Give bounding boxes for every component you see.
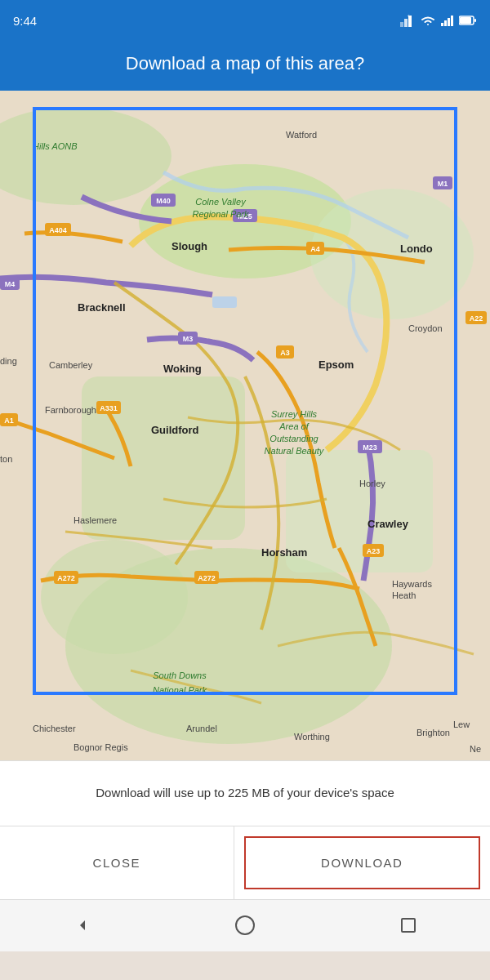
svg-rect-6 bbox=[451, 16, 453, 26]
svg-text:A22: A22 bbox=[470, 314, 483, 323]
close-button[interactable]: CLOSE bbox=[0, 826, 234, 899]
svg-text:A4: A4 bbox=[310, 245, 320, 253]
svg-text:A331: A331 bbox=[100, 404, 118, 412]
nav-bar bbox=[0, 899, 490, 951]
svg-point-16 bbox=[310, 189, 474, 319]
svg-text:National Park: National Park bbox=[153, 685, 207, 695]
svg-text:Camberley: Camberley bbox=[49, 360, 93, 370]
svg-text:Colne Valley: Colne Valley bbox=[195, 197, 247, 207]
svg-point-84 bbox=[236, 916, 254, 934]
status-right bbox=[400, 14, 477, 27]
svg-text:South Downs: South Downs bbox=[153, 670, 207, 680]
svg-text:A404: A404 bbox=[49, 226, 67, 234]
svg-text:Farnborough: Farnborough bbox=[45, 405, 96, 415]
svg-text:Watford: Watford bbox=[286, 130, 317, 140]
map-container: M40 A404 M25 A4 M1 M4 M3 A3 A331 M23 A23 bbox=[0, 91, 490, 760]
dialog-title: Download a map of this area? bbox=[16, 52, 474, 76]
svg-marker-83 bbox=[80, 920, 85, 930]
action-buttons: CLOSE DOWNLOAD bbox=[0, 826, 490, 899]
battery-icon bbox=[459, 16, 477, 25]
svg-text:Worthing: Worthing bbox=[294, 732, 330, 742]
wifi-icon bbox=[420, 15, 436, 26]
svg-text:Arundel: Arundel bbox=[186, 724, 217, 733]
svg-text:Bognor Regis: Bognor Regis bbox=[74, 742, 128, 752]
svg-text:A272: A272 bbox=[57, 574, 75, 582]
svg-marker-2 bbox=[408, 16, 412, 27]
svg-text:Hills AONB: Hills AONB bbox=[33, 141, 78, 151]
download-info-text: Download will use up to 225 MB of your d… bbox=[96, 784, 394, 803]
home-icon bbox=[234, 914, 256, 937]
time-display: 9:44 bbox=[13, 14, 37, 28]
svg-rect-8 bbox=[474, 19, 476, 22]
svg-text:Regional Park: Regional Park bbox=[192, 209, 249, 219]
download-button[interactable]: DOWNLOAD bbox=[244, 836, 481, 889]
status-left: 9:44 bbox=[13, 14, 37, 28]
svg-rect-18 bbox=[212, 296, 237, 308]
signal-bars-icon bbox=[441, 15, 454, 26]
info-section: Download will use up to 225 MB of your d… bbox=[0, 760, 490, 826]
svg-text:M40: M40 bbox=[156, 197, 171, 205]
svg-text:Guildford: Guildford bbox=[151, 424, 199, 436]
svg-text:A23: A23 bbox=[367, 547, 381, 555]
svg-text:Surrey Hills: Surrey Hills bbox=[271, 409, 318, 419]
nav-back-button[interactable] bbox=[67, 911, 96, 940]
svg-text:Slough: Slough bbox=[172, 240, 207, 252]
svg-text:M3: M3 bbox=[183, 335, 194, 343]
signal-icon bbox=[400, 14, 415, 27]
recent-icon bbox=[399, 916, 417, 934]
svg-text:A1: A1 bbox=[4, 416, 14, 425]
nav-home-button[interactable] bbox=[230, 911, 260, 940]
svg-text:M1: M1 bbox=[438, 180, 448, 188]
svg-text:Area of: Area of bbox=[278, 421, 309, 431]
svg-text:A272: A272 bbox=[198, 574, 216, 582]
status-bar: 9:44 bbox=[0, 0, 490, 41]
svg-rect-3 bbox=[441, 23, 443, 26]
svg-text:Ne: Ne bbox=[470, 744, 481, 754]
app-header: Download a map of this area? bbox=[0, 41, 490, 91]
svg-rect-5 bbox=[448, 18, 450, 26]
svg-text:Bracknell: Bracknell bbox=[78, 301, 126, 314]
svg-text:M4: M4 bbox=[5, 280, 16, 288]
svg-text:Outstanding: Outstanding bbox=[270, 434, 318, 443]
map-svg: M40 A404 M25 A4 M1 M4 M3 A3 A331 M23 A23 bbox=[0, 91, 490, 760]
svg-text:Epsom: Epsom bbox=[318, 359, 354, 371]
svg-text:Horsham: Horsham bbox=[261, 546, 307, 559]
svg-text:Londo: Londo bbox=[400, 243, 433, 255]
svg-rect-85 bbox=[402, 919, 415, 932]
svg-text:ding: ding bbox=[0, 356, 17, 366]
svg-rect-15 bbox=[286, 450, 433, 572]
svg-text:Haywards: Haywards bbox=[392, 579, 432, 589]
nav-recent-button[interactable] bbox=[394, 911, 423, 940]
svg-text:ton: ton bbox=[0, 454, 12, 464]
svg-text:Croydon: Croydon bbox=[408, 323, 443, 333]
svg-text:M23: M23 bbox=[363, 443, 377, 452]
svg-marker-1 bbox=[404, 19, 408, 27]
svg-text:Haslemere: Haslemere bbox=[74, 515, 117, 525]
svg-rect-4 bbox=[444, 20, 447, 26]
svg-text:Natural Beauty: Natural Beauty bbox=[265, 446, 325, 456]
svg-text:Heath: Heath bbox=[392, 590, 416, 600]
svg-text:A3: A3 bbox=[280, 349, 290, 357]
svg-text:Lew: Lew bbox=[453, 719, 470, 729]
svg-marker-0 bbox=[400, 22, 403, 27]
svg-text:Woking: Woking bbox=[163, 363, 202, 375]
svg-rect-9 bbox=[460, 17, 471, 24]
svg-point-17 bbox=[41, 540, 188, 654]
svg-text:Crawley: Crawley bbox=[368, 518, 409, 530]
svg-text:Chichester: Chichester bbox=[33, 724, 76, 733]
back-icon bbox=[72, 915, 91, 935]
svg-text:Brighton: Brighton bbox=[416, 728, 450, 737]
svg-text:Horley: Horley bbox=[359, 479, 385, 488]
